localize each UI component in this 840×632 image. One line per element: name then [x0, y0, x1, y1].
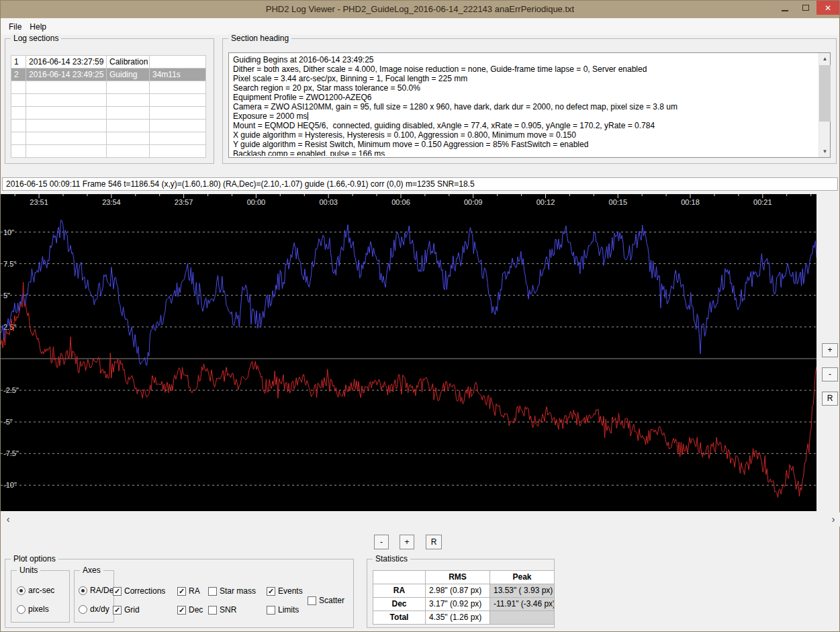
plot-options-group: Plot options Units arc-secpixels Axes RA…: [5, 559, 354, 628]
log-table-cell: [26, 94, 107, 107]
checkbox-grid[interactable]: ✓Grid: [113, 605, 140, 615]
axes-radio-circle: [79, 605, 87, 614]
checkbox-dec[interactable]: ✓Dec: [177, 605, 203, 615]
heading-scrollbar[interactable]: ▲ ▼: [819, 53, 830, 157]
x-tick-label: 00:21: [753, 198, 772, 206]
heading-line: Y guide algorithm = Resist Switch, Minim…: [233, 140, 814, 149]
heading-line: Mount = EQMOD HEQ5/6, connected, guiding…: [233, 121, 814, 130]
chart-zoom-out-button[interactable]: -: [822, 367, 838, 381]
checkbox-events[interactable]: ✓Events: [267, 586, 303, 596]
minimize-button[interactable]: [774, 1, 795, 15]
log-table-cell: [107, 132, 150, 145]
scroll-right-icon[interactable]: ›: [828, 513, 839, 525]
guide-chart-svg: 10"7.5"5"2.5"-2.5"-5"-7.5"-10"23:5123:54…: [1, 194, 816, 511]
log-table-cell: [150, 107, 206, 120]
checkbox-star-mass[interactable]: Star mass: [208, 586, 256, 596]
chart-zoom-in-button[interactable]: +: [822, 343, 838, 357]
scroll-up-icon[interactable]: ▲: [819, 53, 831, 64]
checkbox-limits[interactable]: Limits: [267, 605, 299, 615]
log-table-cell: [107, 107, 150, 120]
chart-h-scrollbar[interactable]: ‹ ›: [1, 512, 840, 527]
maximize-button[interactable]: [795, 1, 816, 15]
heading-scrollbar-thumb[interactable]: [819, 65, 831, 122]
plot-options-label: Plot options: [11, 554, 58, 563]
log-table-cell[interactable]: 2: [11, 69, 26, 81]
log-table-cell: [11, 81, 26, 94]
heading-line: Dither = both axes, Dither scale = 4.000…: [233, 64, 814, 74]
x-tick-label: 00:06: [391, 198, 410, 206]
log-table-cell[interactable]: 2016-06-14 23:49:25: [26, 69, 107, 81]
radio-label: pixels: [28, 604, 49, 614]
heading-line: Guiding Begins at 2016-06-14 23:49:25: [233, 55, 814, 64]
menu-file[interactable]: File: [5, 20, 26, 34]
y-tick-label: -2.5": [3, 386, 19, 394]
section-heading-textbox[interactable]: Guiding Begins at 2016-06-14 23:49:25Dit…: [228, 52, 831, 158]
radio-ra-dec[interactable]: RA/Dec: [79, 586, 118, 595]
log-sections-group: Log sections 12016-06-14 23:27:59Calibra…: [5, 38, 214, 164]
log-table-cell: [150, 145, 206, 158]
hzoom-in-button[interactable]: +: [400, 535, 414, 549]
log-table-cell: [107, 145, 150, 158]
x-tick-label: 00:12: [536, 198, 555, 206]
hreset-button[interactable]: R: [426, 535, 442, 549]
stats-rms-cell: 2.98" (0.87 px): [426, 584, 490, 598]
log-table-cell[interactable]: 2016-06-14 23:27:59: [26, 56, 107, 69]
hzoom-out-button[interactable]: -: [374, 535, 389, 549]
statistics-group: Statistics RMSPeakRA2.98" (0.87 px)13.53…: [367, 559, 555, 628]
checkbox-box: [208, 606, 217, 615]
menu-help[interactable]: Help: [26, 20, 50, 34]
log-table-cell: [26, 81, 107, 94]
log-table-cell: [150, 120, 206, 132]
menu-bar: File Help: [1, 19, 839, 35]
chart-reset-button[interactable]: R: [822, 392, 838, 406]
checkbox-scatter[interactable]: Scatter: [308, 596, 344, 605]
checkbox-box: ✓: [177, 587, 186, 596]
checkbox-label: Events: [278, 586, 303, 596]
log-table-cell[interactable]: 1: [11, 56, 26, 69]
x-tick-label: 00:03: [319, 198, 338, 206]
radio-label: arc-sec: [28, 586, 54, 595]
log-table-cell[interactable]: Guiding: [107, 69, 150, 81]
stats-row-label: Dec: [373, 598, 426, 611]
log-table-cell[interactable]: 34m11s: [150, 69, 206, 81]
radio-dx-dy[interactable]: dx/dy: [79, 604, 109, 614]
heading-line: X guide algorithm = Hysteresis, Hysteres…: [233, 130, 814, 140]
log-table-cell: [107, 94, 150, 107]
log-table-cell: [107, 120, 150, 132]
scroll-down-icon[interactable]: ▼: [819, 146, 831, 157]
radio-pixels[interactable]: pixels: [17, 604, 49, 614]
checkbox-box: ✓: [177, 606, 186, 615]
stats-peak-cell: [490, 611, 555, 625]
stats-peak-cell: -11.91" (-3.46 px): [490, 598, 555, 611]
log-sections-table[interactable]: 12016-06-14 23:27:59Calibration22016-06-…: [11, 55, 206, 158]
close-button[interactable]: ✕: [816, 1, 839, 15]
scroll-left-icon[interactable]: ‹: [3, 513, 13, 525]
checkbox-box: [267, 606, 275, 615]
units-label: Units: [17, 566, 40, 575]
log-table-cell: [11, 94, 26, 107]
checkbox-label: Scatter: [319, 596, 344, 605]
y-tick-label: -7.5": [3, 449, 19, 457]
log-table-cell: [150, 81, 206, 94]
stats-header-cell: RMS: [426, 571, 490, 584]
stats-row-label: Total: [373, 611, 426, 625]
checkbox-ra[interactable]: ✓RA: [177, 586, 200, 596]
section-heading-label: Section heading: [228, 34, 291, 43]
checkbox-box: ✓: [113, 587, 122, 596]
radio-arc-sec[interactable]: arc-sec: [17, 586, 54, 595]
log-table-cell: [26, 145, 107, 158]
heading-line: Exposure = 2000 ms: [233, 111, 814, 121]
checkbox-snr[interactable]: SNR: [208, 605, 236, 615]
title-bar[interactable]: PHD2 Log Viewer - PHD2_GuideLog_2016-06-…: [1, 1, 839, 18]
log-table-cell: [26, 120, 107, 132]
checkbox-box: [308, 596, 316, 605]
log-table-cell[interactable]: [150, 56, 206, 69]
section-heading-text: Guiding Begins at 2016-06-14 23:49:25Dit…: [233, 55, 814, 156]
log-table-cell: [11, 132, 26, 145]
checkbox-box: ✓: [113, 606, 122, 615]
checkbox-corrections[interactable]: ✓Corrections: [113, 586, 165, 596]
x-tick-label: 00:15: [609, 198, 628, 206]
checkbox-label: Dec: [189, 605, 203, 615]
guide-chart[interactable]: 10"7.5"5"2.5"-2.5"-5"-7.5"-10"23:5123:54…: [1, 194, 816, 511]
log-table-cell[interactable]: Calibration: [107, 56, 150, 69]
